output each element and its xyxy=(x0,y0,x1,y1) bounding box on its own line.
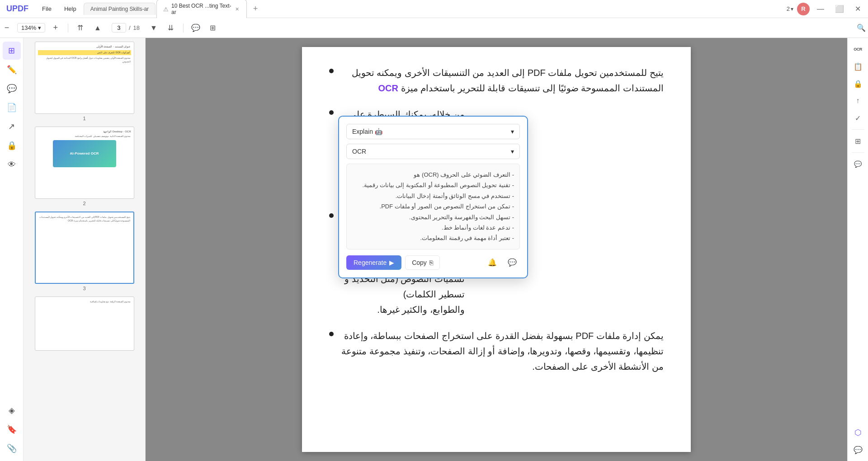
minimize-button[interactable]: — xyxy=(813,5,828,13)
explain-dropdown[interactable]: ▾ 🤖 Explain xyxy=(346,124,520,139)
thumbnail-page-2[interactable]: Desktop - OCR الواجهة محتوى الصفحة الثان… xyxy=(27,127,142,206)
bullet-text-4: يمكن إدارة ملفات PDF بسهولة بفضل القدرة … xyxy=(338,328,664,374)
thumbnail-panel: عنوان المستند - الصفحة الأولى أهم أدوات … xyxy=(24,38,146,461)
ai-popup: ▾ 🤖 Explain ▾ OCR xyxy=(338,116,528,278)
bullet-dot-2 xyxy=(329,110,334,115)
right-apps-btn[interactable]: ⬡ xyxy=(850,425,866,440)
ocr-highlight: OCR xyxy=(378,83,398,93)
sidebar-thumbnail-btn[interactable]: ⊞ xyxy=(3,42,21,60)
topbar: UPDF File Help Animal Painting Skills-ar… xyxy=(0,0,868,18)
dropdown-arrow-explain: ▾ xyxy=(511,128,514,135)
ocr-dropdown[interactable]: ▾ OCR xyxy=(346,144,520,159)
add-tab-button[interactable]: + xyxy=(250,3,261,15)
right-comment-btn[interactable]: 💬 xyxy=(850,156,866,172)
sidebar-layers-btn[interactable]: ◈ xyxy=(3,401,21,419)
left-sidebar: ⊞ ✏️ 💬 📄 ↗ 🔒 👁 ◈ 🔖 📎 xyxy=(0,38,24,461)
page-separator: / xyxy=(129,24,131,31)
page-total: 18 xyxy=(133,24,140,31)
menu-help[interactable]: Help xyxy=(59,4,82,14)
topbar-right: 2 ▾ R — ⬜ ✕ xyxy=(787,3,864,15)
zoom-out-button[interactable]: − xyxy=(0,21,14,35)
main-area: ⊞ ✏️ 💬 📄 ↗ 🔒 👁 ◈ 🔖 📎 عنوان المستند - الص… xyxy=(0,38,868,461)
pdf-content: يتيح للمستخدمين تحويل ملفات PDF إلى العد… xyxy=(329,65,664,374)
tab-2-label: 10 Best OCR ...ting Text-ar xyxy=(171,3,231,15)
popup-explain-row: ▾ 🤖 Explain xyxy=(346,124,520,139)
sidebar-pages-btn[interactable]: 📄 xyxy=(3,99,21,117)
bullet-dot-3 xyxy=(329,213,334,218)
tab-1-label: Animal Painting Skills-ar xyxy=(90,6,149,12)
comment-view-button[interactable]: 💬 xyxy=(189,21,203,35)
right-ocr-btn[interactable]: OCR xyxy=(850,42,866,57)
sidebar-edit-btn[interactable]: ✏️ xyxy=(3,61,21,79)
tab-2-close[interactable]: ✕ xyxy=(234,6,240,12)
right-sidebar: OCR 📋 🔒 ↑ ✓ ⊞ 💬 ⬡ 💬 xyxy=(847,38,868,461)
sidebar-export-btn[interactable]: ↗ xyxy=(3,118,21,136)
menu-file[interactable]: File xyxy=(37,4,57,14)
tab-2-icon: ⚠ xyxy=(163,6,169,13)
bullet-dot-4 xyxy=(329,332,334,336)
right-separator-1 xyxy=(852,129,864,130)
popup-footer-right: ⎘ Copy ▶ Regenerate xyxy=(346,255,440,270)
bullet-item-4: يمكن إدارة ملفات PDF بسهولة بفضل القدرة … xyxy=(329,328,664,374)
zoom-area: 134% ▾ xyxy=(17,23,45,33)
tab-1[interactable]: Animal Painting Skills-ar xyxy=(84,3,156,15)
bullet-dot-1 xyxy=(329,69,334,73)
toolbar: − 134% ▾ + ⇈ ▲ / 18 ▼ ⇊ 💬 ⊞ 🔍 xyxy=(0,18,868,38)
thumbnail-page-4[interactable]: محتوى الصفحة الرابعة مع معلومات إضافية xyxy=(27,296,142,351)
sidebar-attach-btn[interactable]: 📎 xyxy=(3,439,21,457)
dropdown-arrow-ocr: ▾ xyxy=(511,148,514,155)
pdf-area: يتيح للمستخدمين تحويل ملفات PDF إلى العد… xyxy=(146,38,847,461)
tabs-area: Animal Painting Skills-ar ⚠ 10 Best OCR … xyxy=(84,0,785,18)
layout-button[interactable]: ⊞ xyxy=(206,21,220,35)
app-logo: UPDF xyxy=(4,4,31,14)
nav-prev-section-button[interactable]: ▲ xyxy=(91,21,104,35)
nav-first-button[interactable]: ⇈ xyxy=(74,21,87,35)
user-avatar[interactable]: R xyxy=(797,3,810,15)
bell-icon-btn[interactable]: 🔔 xyxy=(485,255,500,270)
copy-icon: ⎘ xyxy=(429,259,433,266)
regenerate-button[interactable]: ▶ Regenerate xyxy=(346,255,401,270)
right-clipboard-btn[interactable]: 📋 xyxy=(850,59,866,74)
nav-next-section-button[interactable]: ▼ xyxy=(147,21,160,35)
sidebar-comment-btn[interactable]: 💬 xyxy=(3,80,21,98)
sidebar-ocr-btn[interactable]: 👁 xyxy=(3,155,21,174)
separator-2 xyxy=(183,24,184,33)
separator-1 xyxy=(68,24,68,33)
thumbnail-page-1[interactable]: عنوان المستند - الصفحة الأولى أهم أدوات … xyxy=(27,42,142,121)
zoom-in-button[interactable]: + xyxy=(49,21,62,35)
bullet-item-1: يتيح للمستخدمين تحويل ملفات PDF إلى العد… xyxy=(329,65,664,96)
popup-ocr-row: ▾ OCR xyxy=(346,144,520,159)
tab-2[interactable]: ⚠ 10 Best OCR ...ting Text-ar ✕ xyxy=(156,0,247,18)
pdf-page: يتيح للمستخدمين تحويل ملفات PDF إلى العد… xyxy=(302,47,691,452)
maximize-button[interactable]: ⬜ xyxy=(831,5,848,13)
page-area: / 18 xyxy=(112,23,140,33)
popup-footer-left: 💬 🔔 xyxy=(485,255,520,270)
popup-content: - التعرف الضوئي على الحروف (OCR) هو - تق… xyxy=(346,164,520,249)
right-check-btn[interactable]: ✓ xyxy=(850,110,866,126)
right-lock-btn[interactable]: 🔒 xyxy=(850,76,866,91)
copy-button[interactable]: ⎘ Copy xyxy=(405,255,440,270)
close-button[interactable]: ✕ xyxy=(851,5,864,13)
zoom-value[interactable]: 134% ▾ xyxy=(17,23,45,33)
search-button[interactable]: 🔍 xyxy=(854,21,868,35)
thumbnail-label-2: 2 xyxy=(27,201,142,206)
bullet-text-1: يتيح للمستخدمين تحويل ملفات PDF إلى العد… xyxy=(338,65,664,96)
right-separator-2 xyxy=(852,152,864,153)
nav-last-button[interactable]: ⇊ xyxy=(164,21,178,35)
thumbnail-label-3: 3 xyxy=(27,286,142,291)
sidebar-protect-btn[interactable]: 🔒 xyxy=(3,136,21,155)
popup-footer: 💬 🔔 ⎘ Copy ▶ Regenerate xyxy=(346,255,520,270)
page-input[interactable] xyxy=(112,23,126,33)
thumbnail-page-3[interactable]: يتيح للمستخدمين تحويل ملفات PDF إلى العد… xyxy=(27,212,142,291)
regen-icon: ▶ xyxy=(389,259,394,266)
open-files-count[interactable]: 2 ▾ xyxy=(787,5,793,12)
right-chat-btn[interactable]: 💬 xyxy=(850,442,866,457)
right-grid-btn[interactable]: ⊞ xyxy=(850,133,866,149)
right-upload-btn[interactable]: ↑ xyxy=(850,93,866,108)
sidebar-bookmark-btn[interactable]: 🔖 xyxy=(3,420,21,438)
chat-icon-btn[interactable]: 💬 xyxy=(505,255,520,270)
thumbnail-label-1: 1 xyxy=(27,116,142,121)
